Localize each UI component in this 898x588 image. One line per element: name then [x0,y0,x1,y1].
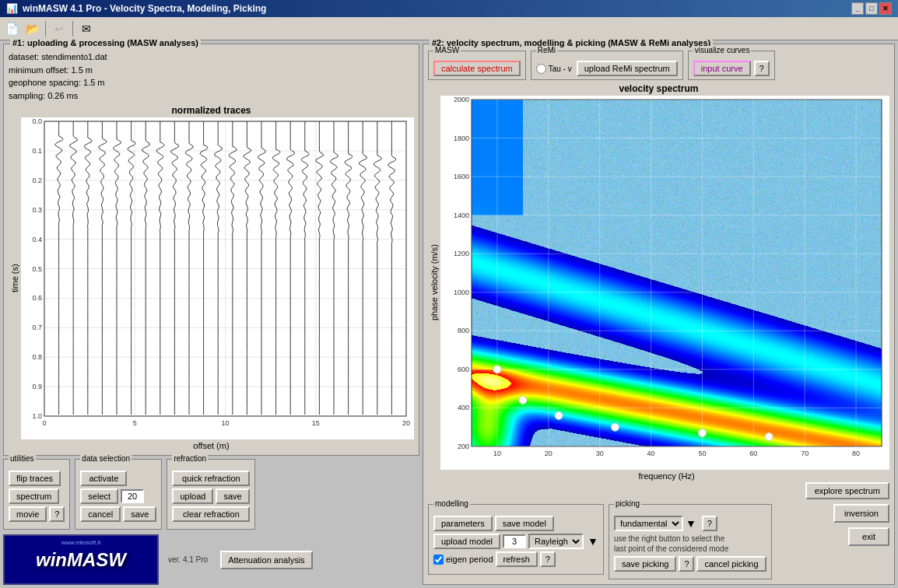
data-selection-group: data selection activate select cancel sa… [75,459,162,530]
tau-v-radio-label[interactable]: Tau - v [536,64,572,74]
picking-group: picking fundamental ▼ ? use the right bu… [609,504,772,579]
toolbar: 📄 📂 ↩ ✉ [0,17,898,40]
eigen-period-label[interactable]: eigen period [433,555,493,565]
visualize-group: visualize curves input curve ? [688,51,775,80]
eigen-period-checkbox[interactable] [433,555,444,565]
picking-title: picking [614,499,641,508]
exit-button[interactable]: exit [848,527,889,546]
inversion-button[interactable]: inversion [833,504,889,523]
save-picking-button[interactable]: save picking [614,556,677,572]
clear-refraction-button[interactable]: clear refraction [172,506,250,522]
close-button[interactable]: ✕ [879,2,892,15]
email-icon[interactable]: ✉ [78,20,95,37]
new-icon[interactable]: 📄 [3,20,20,37]
data-selection-title: data selection [80,454,132,463]
x-axis-label: offset (m) [9,441,414,450]
cancel-button[interactable]: cancel [80,506,121,522]
upload-model-button[interactable]: upload model [433,534,500,549]
refresh-button[interactable]: refresh [496,551,538,567]
data-save-button[interactable]: save [123,506,156,522]
geophone-spacing: geophone spacing: 1.5 m [9,76,414,89]
seismic-plot [21,117,414,439]
velocity-x-axis: frequency (Hz) [444,471,889,481]
tau-v-radio[interactable] [536,64,546,74]
save-model-button[interactable]: save model [495,516,554,531]
picking-hint: use the right button to select the last … [614,534,738,554]
utilities-help-button[interactable]: ? [49,506,65,522]
picking-help2-button[interactable]: ? [679,556,694,572]
input-curve-button[interactable]: input curve [693,61,751,76]
visualize-title: visualize curves [693,46,752,54]
activate-button[interactable]: activate [80,471,127,486]
left-panel: #1: uploading & processing (MASW analyse… [3,44,419,585]
seismic-container: time (s) [9,117,414,439]
action-buttons: inversion exit [833,504,889,546]
fundamental-select[interactable]: fundamental [614,516,683,531]
masw-group: MASW calculate spectrum [428,51,526,80]
modelling-help-button[interactable]: ? [540,551,556,567]
top-controls: MASW calculate spectrum ReMi Tau - v upl… [428,51,889,80]
separator-1 [45,21,46,37]
modelling-title: modelling [433,499,470,508]
cancel-picking-button[interactable]: cancel picking [696,556,766,572]
logo-text: winMASW [36,549,126,571]
remi-title: ReMi [536,46,557,54]
calculate-spectrum-button[interactable]: calculate spectrum [433,61,521,76]
fundamental-arrow-icon: ▼ [686,517,696,530]
min-offset: minimum offset: 1.5 m [9,64,414,77]
undo-icon[interactable]: ↩ [51,20,68,37]
maximize-button[interactable]: □ [865,2,878,15]
dataset-info: dataset: stendimento1.dat minimum offset… [9,51,414,102]
refraction-upload-button[interactable]: upload [172,488,213,504]
right-panel: #2: velocity spectrum, modelling & picki… [423,44,895,585]
logo-row: www.eliosoft.it winMASW ver. 4.1 Pro Att… [3,534,419,585]
quick-refraction-button[interactable]: quick refraction [172,471,250,486]
refraction-save-button[interactable]: save [216,488,249,504]
attenuation-button[interactable]: Attenuation analysis [220,551,312,569]
remi-group: ReMi Tau - v upload ReMi spectrum [531,51,683,80]
section2-group: #2: velocity spectrum, modelling & picki… [423,44,895,585]
selection-value[interactable] [121,489,144,503]
bottom-right-controls: modelling parameters save model upload m… [428,504,889,579]
explore-spectrum-button[interactable]: explore spectrum [805,482,889,499]
rayleigh-select[interactable]: Rayleigh [528,534,584,549]
select-button[interactable]: select [80,488,118,504]
refraction-group: refraction quick refraction upload save … [167,459,255,530]
minimize-button[interactable]: _ [851,2,864,15]
explore-row: explore spectrum [428,482,889,501]
section1-title: #1: uploading & processing (MASW analyse… [10,38,201,47]
window-title: winMASW 4.1 Pro - Velocity Spectra, Mode… [23,3,266,14]
velocity-plot [440,96,889,470]
section1-group: #1: uploading & processing (MASW analyse… [3,44,419,456]
upload-remi-button[interactable]: upload ReMi spectrum [577,61,678,76]
logo-area: www.eliosoft.it winMASW [3,534,159,585]
sampling: sampling: 0.26 ms [9,89,414,103]
parameters-button[interactable]: parameters [433,516,493,531]
masw-title: MASW [433,46,461,54]
movie-button[interactable]: movie [9,506,47,522]
utilities-title: utilities [9,454,36,463]
logo-url: www.eliosoft.it [61,539,101,546]
bottom-controls: utilities flip traces spectrum movie ? d… [3,459,419,530]
spectrum-button[interactable]: spectrum [9,488,59,504]
velocity-container: phase velocity (m/s) [428,96,889,470]
separator-2 [72,21,73,37]
flip-traces-button[interactable]: flip traces [9,471,61,486]
title-bar: 📊 winMASW 4.1 Pro - Velocity Spectra, Mo… [0,0,898,17]
velocity-plot-title: velocity spectrum [428,83,889,94]
picking-help-button[interactable]: ? [702,516,717,531]
velocity-canvas [440,96,889,470]
velocity-y-axis: phase velocity (m/s) [428,96,440,470]
seismic-plot-title: normalized traces [9,105,414,116]
refraction-title: refraction [172,454,208,463]
open-icon[interactable]: 📂 [23,20,40,37]
version-text: ver. 4.1 Pro [168,555,208,564]
modelling-group: modelling parameters save model upload m… [428,504,604,575]
y-axis-label: time (s) [9,117,21,439]
main-content: #1: uploading & processing (MASW analyse… [0,40,898,588]
dataset-label: dataset: stendimento1.dat [9,51,414,64]
model-value[interactable] [503,534,526,548]
utilities-group: utilities flip traces spectrum movie ? [3,459,70,530]
seismic-canvas [21,117,414,439]
visualize-help-button[interactable]: ? [754,61,770,76]
